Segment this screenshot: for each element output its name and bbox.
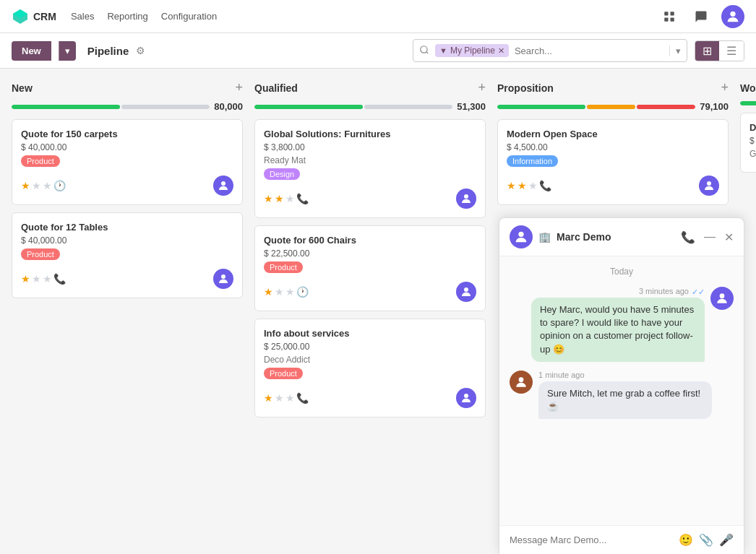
star-filled[interactable]: ★ xyxy=(21,273,30,285)
col-header-qualified: Qualified + xyxy=(254,80,486,95)
progress-segment xyxy=(497,105,585,109)
search-dropdown-button[interactable]: ▾ xyxy=(669,46,687,56)
card-avatar xyxy=(456,189,476,209)
user-avatar-icon xyxy=(725,9,741,25)
kanban-card-qualified-0[interactable]: Global Solutions: Furnitures $ 3,800.00 … xyxy=(254,119,486,218)
card-stars: ★★★🕐 xyxy=(264,286,309,298)
card-stars: ★★★📞 xyxy=(264,193,309,204)
chat-contact-name: Marc Demo xyxy=(557,231,672,243)
phone-icon[interactable]: 📞 xyxy=(296,392,309,404)
kanban-card-qualified-1[interactable]: Quote for 600 Chairs $ 22,500.00 Product… xyxy=(254,225,486,311)
card-footer: ★★★📞 xyxy=(264,189,476,209)
col-add-qualified[interactable]: + xyxy=(478,80,486,95)
card-company: Ready Mat xyxy=(264,155,476,165)
star-empty[interactable]: ★ xyxy=(528,180,538,191)
col-progress-qualified: 51,300 xyxy=(254,101,486,112)
search-icon xyxy=(413,45,435,57)
chat-message-input[interactable] xyxy=(510,534,673,545)
card-amount: $ 40,000.00 xyxy=(21,235,233,246)
chat-sent-avatar xyxy=(710,287,734,310)
top-navigation: CRM Sales Reporting Configuration xyxy=(0,0,756,33)
col-add-new[interactable]: + xyxy=(235,80,243,95)
progress-bar-proposition xyxy=(497,105,695,109)
nav-reporting[interactable]: Reporting xyxy=(107,11,147,22)
filter-tag-label: My Pipeline xyxy=(450,46,495,56)
filter-remove-button[interactable]: ✕ xyxy=(498,46,504,56)
chat-received-message: Sure Mitch, let me grab a coffee first! … xyxy=(538,381,712,419)
grid-icon xyxy=(663,10,676,23)
star-empty[interactable]: ★ xyxy=(285,286,295,298)
card-title: Global Solutions: Furnitures xyxy=(264,129,476,139)
chat-minimize-icon[interactable]: — xyxy=(704,230,716,243)
nav-configuration[interactable]: Configuration xyxy=(161,11,217,22)
star-filled[interactable]: ★ xyxy=(275,193,284,204)
progress-segment xyxy=(12,105,120,109)
mic-icon[interactable]: 🎤 xyxy=(719,533,734,547)
card-title: Di... xyxy=(749,122,756,133)
star-empty[interactable]: ★ xyxy=(32,273,41,285)
col-amount-qualified: 51,300 xyxy=(457,101,486,112)
card-avatar-icon xyxy=(217,179,230,192)
kanban-card-qualified-2[interactable]: Info about services $ 25,000.00 Deco Add… xyxy=(254,319,486,417)
svg-point-14 xyxy=(707,181,711,186)
star-filled[interactable]: ★ xyxy=(21,180,30,191)
nav-sales[interactable]: Sales xyxy=(71,11,95,22)
app-logo[interactable]: CRM xyxy=(12,8,56,25)
emoji-icon[interactable]: 🙂 xyxy=(679,533,693,547)
svg-point-16 xyxy=(720,293,725,298)
chat-avatar-icon xyxy=(513,229,529,245)
card-avatar-icon xyxy=(460,391,473,404)
filter-tag[interactable]: ▼ My Pipeline ✕ xyxy=(435,44,509,57)
chat-close-icon[interactable]: ✕ xyxy=(724,230,734,244)
chat-icon-button[interactable] xyxy=(690,5,713,28)
col-add-proposition[interactable]: + xyxy=(721,80,729,95)
kanban-card-new-0[interactable]: Quote for 150 carpets $ 40,000.00 Produc… xyxy=(12,119,243,205)
phone-icon[interactable]: 📞 xyxy=(296,193,309,204)
card-stars: ★★★📞 xyxy=(264,392,309,404)
star-filled[interactable]: ★ xyxy=(517,180,527,191)
attachment-icon[interactable]: 📎 xyxy=(699,533,713,547)
phone-icon[interactable]: 📞 xyxy=(539,180,551,191)
chat-contact-avatar xyxy=(510,225,533,248)
clock-icon[interactable]: 🕐 xyxy=(296,286,309,298)
progress-segment xyxy=(121,105,210,109)
star-empty[interactable]: ★ xyxy=(43,273,52,285)
phone-icon[interactable]: 📞 xyxy=(53,273,66,285)
chat-phone-icon[interactable]: 📞 xyxy=(681,230,695,244)
kanban-view-button[interactable]: ⊞ xyxy=(695,41,719,61)
kanban-card-new-1[interactable]: Quote for 12 Tables $ 40,000.00 Product … xyxy=(12,212,243,298)
star-empty[interactable]: ★ xyxy=(43,180,52,191)
col-title-won: Wo... xyxy=(740,82,756,94)
card-title: Modern Open Space xyxy=(507,129,719,139)
grid-icon-button[interactable] xyxy=(658,5,681,28)
search-bar: ▼ My Pipeline ✕ ▾ xyxy=(413,39,687,62)
kanban-card-won-0[interactable]: Di... $ Ga... xyxy=(740,113,756,173)
star-filled[interactable]: ★ xyxy=(507,180,516,191)
search-input[interactable] xyxy=(509,46,669,56)
svg-point-7 xyxy=(421,46,427,52)
star-filled[interactable]: ★ xyxy=(264,286,273,298)
star-empty[interactable]: ★ xyxy=(275,286,284,298)
view-toggle: ⊞ ☰ xyxy=(695,40,744,61)
pipeline-settings-icon[interactable]: ⚙ xyxy=(136,45,145,56)
star-filled[interactable]: ★ xyxy=(264,193,273,204)
card-tag: Design xyxy=(264,168,300,180)
star-empty[interactable]: ★ xyxy=(275,392,284,404)
svg-point-12 xyxy=(464,287,468,292)
star-empty[interactable]: ★ xyxy=(285,392,295,404)
col-progress-won xyxy=(740,101,756,105)
clock-icon[interactable]: 🕐 xyxy=(53,180,66,191)
star-filled[interactable]: ★ xyxy=(264,392,273,404)
card-amount: $ 25,000.00 xyxy=(264,342,476,352)
user-avatar-button[interactable] xyxy=(721,5,744,28)
new-dropdown-arrow[interactable]: ▾ xyxy=(59,41,76,61)
progress-segment xyxy=(587,105,636,109)
star-empty[interactable]: ★ xyxy=(32,180,41,191)
card-amount: $ 22,500.00 xyxy=(264,248,476,259)
col-header-proposition: Proposition + xyxy=(497,80,729,95)
star-empty[interactable]: ★ xyxy=(285,193,295,204)
col-amount-new: 80,000 xyxy=(214,101,243,112)
list-view-button[interactable]: ☰ xyxy=(719,41,744,61)
kanban-card-proposition-0[interactable]: Modern Open Space $ 4,500.00 Information… xyxy=(497,119,729,205)
new-button[interactable]: New xyxy=(12,41,51,61)
